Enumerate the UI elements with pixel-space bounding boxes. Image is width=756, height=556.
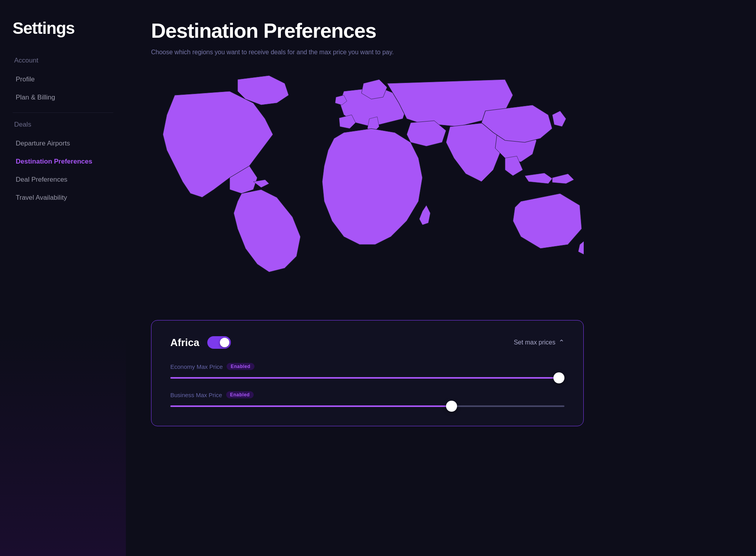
business-price-label: Business Max Price Enabled [170,391,564,398]
page-subtitle: Choose which regions you want to receive… [151,49,731,56]
business-price-section: Business Max Price Enabled [170,391,564,407]
business-slider-knob[interactable] [446,401,457,412]
main-content: Destination Preferences Choose which reg… [126,0,756,556]
economy-slider-knob[interactable] [553,372,564,383]
sidebar-section-deals: Deals [13,121,113,129]
africa-card-header: Africa Set max prices ⌃ [170,336,564,349]
toggle-track [207,336,231,349]
africa-card: Africa Set max prices ⌃ Economy Max Pric… [151,320,584,426]
business-price-badge: Enabled [226,391,254,398]
page-title: Destination Preferences [151,19,731,42]
sidebar-item-destination-preferences[interactable]: Destination Preferences [13,153,113,170]
sidebar: Settings Account Profile Plan & Billing … [0,0,126,556]
sidebar-item-travel-availability[interactable]: Travel Availability [13,189,113,206]
economy-price-section: Economy Max Price Enabled [170,363,564,379]
business-slider-track[interactable] [170,405,564,407]
world-map[interactable] [151,72,584,301]
africa-region-label: Africa [170,337,199,349]
sidebar-item-plan-billing[interactable]: Plan & Billing [13,89,113,106]
set-max-prices-label: Set max prices [514,339,555,346]
sidebar-item-profile[interactable]: Profile [13,71,113,88]
chevron-up-icon: ⌃ [559,338,564,347]
africa-label-row: Africa [170,336,231,349]
sidebar-item-departure-airports[interactable]: Departure Airports [13,135,113,152]
set-max-prices-button[interactable]: Set max prices ⌃ [514,338,564,347]
economy-slider-track[interactable] [170,377,564,379]
sidebar-section-account: Account [13,57,113,64]
sidebar-title: Settings [13,19,113,38]
africa-toggle[interactable] [207,336,231,349]
sidebar-divider [13,112,113,113]
economy-price-badge: Enabled [227,363,254,370]
toggle-knob [220,338,229,347]
sidebar-item-deal-preferences[interactable]: Deal Preferences [13,171,113,188]
economy-price-label: Economy Max Price Enabled [170,363,564,370]
